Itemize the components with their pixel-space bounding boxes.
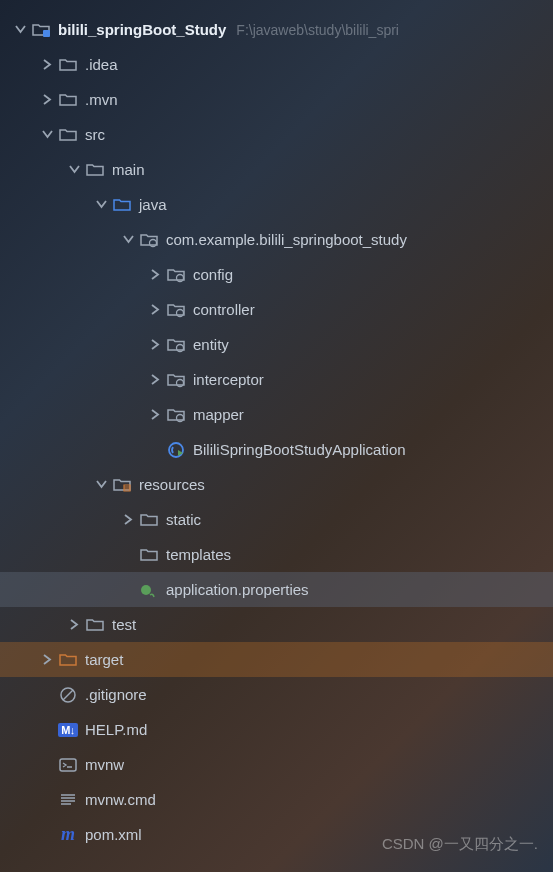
chevron-down-icon[interactable] xyxy=(118,234,138,245)
tree-item-mvnwcmd[interactable]: mvnw.cmd xyxy=(0,782,553,817)
tree-item-label: pom.xml xyxy=(85,826,142,843)
chevron-right-icon[interactable] xyxy=(118,514,138,525)
tree-item-mvn[interactable]: .mvn xyxy=(0,82,553,117)
tree-item-label: resources xyxy=(139,476,205,493)
tree-item-label: .idea xyxy=(85,56,118,73)
tree-item-label: HELP.md xyxy=(85,721,147,738)
tree-item-gitignore[interactable]: .gitignore xyxy=(0,677,553,712)
chevron-down-icon[interactable] xyxy=(64,164,84,175)
tree-item-config[interactable]: config xyxy=(0,257,553,292)
tree-item-root[interactable]: bilili_springBoot_Study F:\javaweb\study… xyxy=(0,12,553,47)
tree-item-label: templates xyxy=(166,546,231,563)
chevron-down-icon[interactable] xyxy=(91,479,111,490)
tree-item-templates[interactable]: templates xyxy=(0,537,553,572)
folder-icon xyxy=(57,56,79,74)
tree-item-idea[interactable]: .idea xyxy=(0,47,553,82)
tree-item-resources[interactable]: resources xyxy=(0,467,553,502)
tree-item-application-class[interactable]: BililiSpringBootStudyApplication xyxy=(0,432,553,467)
tree-item-label: main xyxy=(112,161,145,178)
tree-item-label: .gitignore xyxy=(85,686,147,703)
tree-item-label: application.properties xyxy=(166,581,309,598)
tree-item-label: java xyxy=(139,196,167,213)
folder-icon xyxy=(84,616,106,634)
source-folder-icon xyxy=(111,196,133,214)
chevron-right-icon[interactable] xyxy=(145,374,165,385)
tree-item-label: target xyxy=(85,651,123,668)
chevron-right-icon[interactable] xyxy=(145,409,165,420)
tree-item-static[interactable]: static xyxy=(0,502,553,537)
chevron-right-icon[interactable] xyxy=(145,304,165,315)
chevron-right-icon[interactable] xyxy=(145,269,165,280)
project-name: bilili_springBoot_Study xyxy=(58,21,226,38)
project-path: F:\javaweb\study\bilili_spri xyxy=(236,22,399,38)
project-tree: bilili_springBoot_Study F:\javaweb\study… xyxy=(0,0,553,852)
tree-item-test[interactable]: test xyxy=(0,607,553,642)
tree-item-main[interactable]: main xyxy=(0,152,553,187)
package-folder-icon xyxy=(165,336,187,354)
tree-item-entity[interactable]: entity xyxy=(0,327,553,362)
markdown-file-icon: M↓ xyxy=(57,723,79,737)
folder-icon xyxy=(138,511,160,529)
tree-item-label: static xyxy=(166,511,201,528)
maven-file-icon: m xyxy=(57,824,79,845)
folder-icon xyxy=(84,161,106,179)
resources-folder-icon xyxy=(111,476,133,494)
tree-item-mvnw[interactable]: mvnw xyxy=(0,747,553,782)
tree-item-controller[interactable]: controller xyxy=(0,292,553,327)
tree-item-label: test xyxy=(112,616,136,633)
chevron-down-icon[interactable] xyxy=(10,24,30,35)
module-folder-icon xyxy=(30,21,52,39)
tree-item-label: entity xyxy=(193,336,229,353)
spring-leaf-icon xyxy=(138,581,160,599)
tree-item-label: .mvn xyxy=(85,91,118,108)
folder-icon xyxy=(138,546,160,564)
package-folder-icon xyxy=(165,371,187,389)
text-file-icon xyxy=(57,791,79,809)
ignore-file-icon xyxy=(57,686,79,704)
tree-item-java[interactable]: java xyxy=(0,187,553,222)
chevron-right-icon[interactable] xyxy=(37,59,57,70)
folder-icon xyxy=(57,91,79,109)
folder-icon xyxy=(57,126,79,144)
tree-item-src[interactable]: src xyxy=(0,117,553,152)
package-folder-icon xyxy=(138,231,160,249)
tree-item-label: com.example.bilili_springboot_study xyxy=(166,231,407,248)
package-folder-icon xyxy=(165,406,187,424)
shell-file-icon xyxy=(57,756,79,774)
chevron-down-icon[interactable] xyxy=(91,199,111,210)
chevron-down-icon[interactable] xyxy=(37,129,57,140)
chevron-right-icon[interactable] xyxy=(37,654,57,665)
tree-item-label: controller xyxy=(193,301,255,318)
tree-item-mapper[interactable]: mapper xyxy=(0,397,553,432)
tree-item-label: src xyxy=(85,126,105,143)
package-folder-icon xyxy=(165,301,187,319)
chevron-right-icon[interactable] xyxy=(37,94,57,105)
tree-item-label: mapper xyxy=(193,406,244,423)
watermark: CSDN @一又四分之一. xyxy=(382,835,538,854)
tree-item-label: config xyxy=(193,266,233,283)
tree-item-target[interactable]: target xyxy=(0,642,553,677)
tree-item-label: interceptor xyxy=(193,371,264,388)
excluded-folder-icon xyxy=(57,651,79,669)
tree-item-helpmd[interactable]: M↓ HELP.md xyxy=(0,712,553,747)
tree-item-label: BililiSpringBootStudyApplication xyxy=(193,441,406,458)
tree-item-label: mvnw xyxy=(85,756,124,773)
chevron-right-icon[interactable] xyxy=(145,339,165,350)
package-folder-icon xyxy=(165,266,187,284)
tree-item-package[interactable]: com.example.bilili_springboot_study xyxy=(0,222,553,257)
chevron-right-icon[interactable] xyxy=(64,619,84,630)
tree-item-label: mvnw.cmd xyxy=(85,791,156,808)
runnable-class-icon xyxy=(165,441,187,459)
tree-item-application-properties[interactable]: application.properties xyxy=(0,572,553,607)
tree-item-interceptor[interactable]: interceptor xyxy=(0,362,553,397)
